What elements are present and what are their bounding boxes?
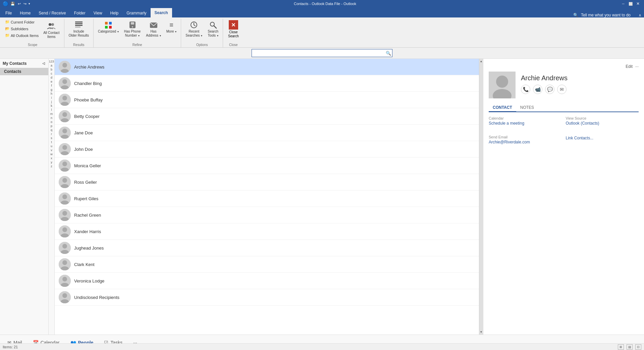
contact-row[interactable]: Monica Geller bbox=[55, 158, 479, 174]
alpha-d[interactable]: d bbox=[49, 76, 54, 80]
sidebar-collapse-button[interactable]: ◁ bbox=[42, 61, 46, 66]
contact-row[interactable]: Xander Harris bbox=[55, 223, 479, 240]
alpha-m[interactable]: m bbox=[49, 112, 54, 116]
minimize-button[interactable]: ─ bbox=[620, 0, 627, 7]
svg-point-59 bbox=[62, 293, 67, 298]
contact-row[interactable]: Undisclosed Recipients bbox=[55, 289, 479, 306]
alpha-z[interactable]: z bbox=[49, 164, 54, 168]
ribbon-group-close: ✕ CloseSearch Close bbox=[223, 19, 244, 47]
search-submit-icon[interactable]: 🔍 bbox=[386, 51, 391, 56]
include-older-results-button[interactable]: IncludeOlder Results bbox=[66, 19, 92, 39]
contact-row[interactable]: Ross Geller bbox=[55, 174, 479, 190]
contact-avatar bbox=[59, 127, 71, 139]
close-button[interactable]: ✕ bbox=[635, 0, 641, 7]
contact-avatar bbox=[59, 225, 71, 237]
current-folder-button[interactable]: 📁 Current Folder bbox=[3, 19, 40, 25]
alpha-c[interactable]: c bbox=[49, 72, 54, 76]
detail-tab-notes[interactable]: NOTES bbox=[516, 104, 538, 112]
contact-row[interactable]: Rupert Giles bbox=[55, 190, 479, 207]
normal-view-button[interactable]: ⊞ bbox=[618, 344, 624, 350]
alpha-r[interactable]: r bbox=[49, 132, 54, 136]
tab-file[interactable]: File bbox=[1, 9, 16, 17]
scroll-down-arrow[interactable]: ▼ bbox=[479, 330, 483, 335]
alpha-k[interactable]: k bbox=[49, 104, 54, 108]
tab-home[interactable]: Home bbox=[16, 9, 35, 17]
contact-list: Archie Andrews Chandler Bing Phoebe Buff… bbox=[55, 59, 479, 335]
detail-tab-contact[interactable]: CONTACT bbox=[489, 104, 516, 112]
tab-send-receive[interactable]: Send / Receive bbox=[35, 9, 70, 17]
restore-button[interactable]: ⬜ bbox=[627, 0, 634, 7]
alpha-p[interactable]: p bbox=[49, 124, 54, 128]
close-search-button[interactable]: ✕ CloseSearch bbox=[225, 19, 242, 40]
alpha-n[interactable]: n bbox=[49, 116, 54, 120]
quick-redo-icon[interactable]: ↪ bbox=[23, 1, 27, 7]
all-contact-items-button[interactable]: All ContactItems bbox=[41, 20, 62, 40]
alpha-a[interactable]: a bbox=[49, 63, 54, 68]
collapse-ribbon-icon[interactable]: ∧ bbox=[639, 13, 641, 17]
schedule-meeting-link[interactable]: Schedule a meeting bbox=[489, 121, 524, 126]
chat-button[interactable]: 💬 bbox=[545, 85, 554, 94]
scroll-up-arrow[interactable]: ▲ bbox=[479, 59, 483, 64]
has-phone-number-button[interactable]: Has PhoneNumber ▾ bbox=[122, 19, 143, 39]
full-view-button[interactable]: ⊡ bbox=[635, 344, 641, 350]
alpha-w[interactable]: w bbox=[49, 152, 54, 156]
scrollbar[interactable]: ▲ ▼ bbox=[479, 59, 483, 335]
recent-searches-button[interactable]: RecentSearches ▾ bbox=[183, 19, 205, 39]
more-options-button[interactable]: ··· bbox=[635, 64, 639, 69]
has-phone-number-label: Has PhoneNumber ▾ bbox=[124, 30, 141, 38]
call-button[interactable]: 📞 bbox=[521, 85, 530, 94]
reading-view-button[interactable]: ▤ bbox=[627, 344, 633, 350]
contact-row[interactable]: Chandler Bing bbox=[55, 75, 479, 92]
alpha-v[interactable]: v bbox=[49, 148, 54, 152]
alpha-y[interactable]: y bbox=[49, 160, 54, 164]
subfolders-button[interactable]: 📂 Subfolders bbox=[3, 26, 40, 32]
alpha-l[interactable]: l bbox=[49, 108, 54, 112]
tell-me-input[interactable]: Tell me what you want to do bbox=[581, 13, 631, 17]
alpha-h[interactable]: h bbox=[49, 92, 54, 96]
search-tools-button[interactable]: SearchTools ▾ bbox=[205, 19, 221, 39]
contact-row[interactable]: Archie Andrews bbox=[55, 59, 479, 75]
tab-view[interactable]: View bbox=[90, 9, 106, 17]
edit-button[interactable]: Edit bbox=[626, 64, 633, 69]
contact-row[interactable]: Jane Doe bbox=[55, 125, 479, 141]
contact-row[interactable]: Clark Kent bbox=[55, 256, 479, 273]
link-contacts-link[interactable]: Link Contacts... bbox=[566, 136, 594, 140]
video-button[interactable]: 📹 bbox=[533, 85, 542, 94]
alpha-q[interactable]: q bbox=[49, 128, 54, 132]
contact-row[interactable]: Veronica Lodge bbox=[55, 273, 479, 289]
svg-point-47 bbox=[62, 227, 67, 232]
email-address-link[interactable]: Archie@Riverdale.com bbox=[489, 140, 530, 144]
alpha-123[interactable]: 123 bbox=[49, 59, 54, 63]
more-button[interactable]: ≡ More ▾ bbox=[164, 19, 179, 35]
contact-avatar bbox=[59, 160, 71, 172]
search-input[interactable] bbox=[252, 49, 392, 57]
alpha-g[interactable]: g bbox=[49, 88, 54, 92]
sidebar-item-contacts[interactable]: Contacts bbox=[0, 68, 48, 75]
contact-row[interactable]: John Doe bbox=[55, 141, 479, 158]
tab-search[interactable]: Search bbox=[151, 8, 172, 17]
alpha-j[interactable]: j bbox=[49, 100, 54, 104]
alpha-u[interactable]: u bbox=[49, 144, 54, 148]
contact-row[interactable]: Phoebe Buffay bbox=[55, 92, 479, 108]
all-outlook-items-button[interactable]: 📁 All Outlook Items bbox=[3, 32, 40, 39]
alpha-f[interactable]: f bbox=[49, 84, 54, 88]
alpha-o[interactable]: o bbox=[49, 120, 54, 124]
tab-grammarly[interactable]: Grammarly bbox=[122, 9, 150, 17]
contact-row[interactable]: Jughead Jones bbox=[55, 240, 479, 256]
quick-save-icon[interactable]: 💾 bbox=[10, 1, 16, 7]
categorized-button[interactable]: Categorized ▾ bbox=[96, 19, 121, 35]
contact-row[interactable]: Betty Cooper bbox=[55, 108, 479, 125]
tab-folder[interactable]: Folder bbox=[70, 9, 90, 17]
alpha-b[interactable]: b bbox=[49, 68, 54, 72]
alpha-i[interactable]: i bbox=[49, 96, 54, 100]
email-button[interactable]: ✉ bbox=[557, 85, 567, 94]
has-address-button[interactable]: HasAddress ▾ bbox=[144, 19, 163, 39]
quick-undo-icon[interactable]: ↩ bbox=[17, 1, 21, 7]
contact-row[interactable]: Rachel Green bbox=[55, 207, 479, 223]
outlook-contacts-link[interactable]: Outlook (Contacts) bbox=[566, 121, 599, 126]
alpha-t[interactable]: t bbox=[49, 140, 54, 144]
tab-help[interactable]: Help bbox=[106, 9, 123, 17]
alpha-e[interactable]: e bbox=[49, 80, 54, 84]
alpha-x[interactable]: x bbox=[49, 156, 54, 160]
alpha-s[interactable]: s bbox=[49, 136, 54, 140]
